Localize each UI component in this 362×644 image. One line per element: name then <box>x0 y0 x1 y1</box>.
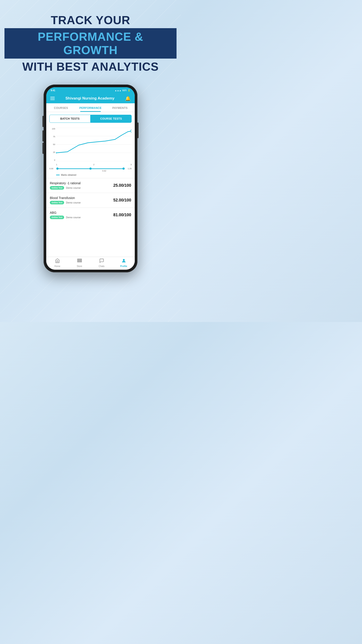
signal-icon: ▲▲▲ <box>115 89 121 92</box>
test-name-abg: ABG <box>50 211 81 214</box>
home-icon <box>55 258 60 264</box>
y-label-75: 75 <box>53 136 56 138</box>
y-label-50: 50 <box>53 143 56 146</box>
range-dot-mid <box>89 168 92 170</box>
hero-line1: TRACK YOUR <box>9 14 172 27</box>
y-label-0: 0 <box>54 159 56 161</box>
store-icon <box>77 258 82 264</box>
nav-profile-label: Profile <box>120 265 127 268</box>
chats-icon <box>99 258 104 264</box>
hero-line3: WITH BEST ANALYTICS <box>9 60 172 73</box>
chart-legend: Marks obtained <box>46 173 135 178</box>
range-mid-label: 0.62 <box>46 170 135 173</box>
profile-icon <box>121 258 126 264</box>
y-label-25: 25 <box>53 151 56 154</box>
test-item-blood[interactable]: Blood Transfusion Online Test Demo cours… <box>46 193 135 208</box>
svg-point-10 <box>123 259 124 261</box>
hero-line2: PERFORMANCE & GROWTH <box>38 30 143 56</box>
wifi-icon: WiFi <box>122 89 127 92</box>
x-label-3: 3 <box>130 164 132 166</box>
range-dot-end <box>122 168 125 170</box>
badge-course-1: Demo course <box>66 186 80 189</box>
svg-rect-7 <box>77 259 81 260</box>
chart-container: 100 75 50 25 0 <box>49 128 132 166</box>
badge-online-test-3: Online Test <box>50 216 64 219</box>
hero-section: TRACK YOUR PERFORMANCE & GROWTH WITH BES… <box>0 0 181 80</box>
phone-screen: 9:41 ▲▲▲ WiFi 🔋 Shivangi Nursing Academy… <box>46 87 135 270</box>
range-start: 0.00 <box>49 168 56 170</box>
badge-course-3: Demo course <box>66 216 80 219</box>
tab-payments[interactable]: PAYMENTS <box>105 103 135 112</box>
main-tabs: COURSES PERFORMANCE PAYMENTS <box>46 103 135 112</box>
phone-body: 9:41 ▲▲▲ WiFi 🔋 Shivangi Nursing Academy… <box>43 84 137 272</box>
range-end: 1.25 <box>125 168 132 170</box>
bottom-nav: Home Store <box>46 257 135 270</box>
badge-online-test-2: Online Test <box>50 201 64 204</box>
status-icons: ▲▲▲ WiFi 🔋 <box>115 89 130 92</box>
test-item-respiratory[interactable]: Respiratory -1 rational Online Test Demo… <box>46 178 135 193</box>
battery-icon: 🔋 <box>128 89 130 92</box>
nav-home[interactable]: Home <box>46 258 68 268</box>
nav-chats-label: Chats <box>98 265 104 268</box>
status-time: 9:41 <box>51 89 55 92</box>
tab-performance[interactable]: PERFORMANCE <box>76 103 105 112</box>
nav-store[interactable]: Store <box>68 258 90 268</box>
x-label-2: 2 <box>93 164 94 166</box>
svg-rect-9 <box>77 262 81 262</box>
svg-point-6 <box>130 130 132 132</box>
legend-line <box>56 175 60 175</box>
test-score-blood: 52.00/100 <box>113 198 131 202</box>
app-title: Shivangi Nursing Academy <box>65 96 114 100</box>
test-list: Respiratory -1 rational Online Test Demo… <box>46 178 135 257</box>
test-item-abg[interactable]: ABG Online Test Demo course 81.00/100 <box>46 208 135 222</box>
x-label-1: 1 <box>56 164 57 166</box>
legend-label: Marks obtained <box>61 174 76 176</box>
svg-rect-8 <box>77 260 81 261</box>
chart-x-labels: 1 2 3 <box>56 164 132 166</box>
range-slider-row: 0.00 1.25 <box>46 167 135 170</box>
hero-line2-wrap: PERFORMANCE & GROWTH <box>4 28 177 58</box>
performance-chart <box>56 128 132 161</box>
nav-profile[interactable]: Profile <box>113 258 135 268</box>
badge-online-test-1: Online Test <box>50 186 64 190</box>
sub-tab-batch-tests[interactable]: BATCH TESTS <box>49 115 90 123</box>
app-header: Shivangi Nursing Academy 🔔 <box>46 94 135 103</box>
test-score-respiratory: 25.00/100 <box>113 183 131 188</box>
sub-tab-course-tests[interactable]: COURSE TESTS <box>90 115 132 123</box>
hamburger-menu[interactable] <box>50 97 55 100</box>
nav-home-label: Home <box>54 265 60 268</box>
phone-mockup: 9:41 ▲▲▲ WiFi 🔋 Shivangi Nursing Academy… <box>0 84 181 272</box>
sub-tabs: BATCH TESTS COURSE TESTS <box>46 112 135 126</box>
y-label-100: 100 <box>52 128 56 130</box>
tab-courses[interactable]: COURSES <box>46 103 76 112</box>
chart-y-labels: 100 75 50 25 0 <box>49 128 56 161</box>
range-bar[interactable] <box>57 168 124 169</box>
status-bar: 9:41 ▲▲▲ WiFi 🔋 <box>46 87 135 94</box>
chart-svg-wrap <box>56 128 132 161</box>
range-dot-start <box>56 168 58 170</box>
svg-point-5 <box>56 152 57 154</box>
test-score-abg: 81.00/100 <box>113 213 131 217</box>
chart-area: 100 75 50 25 0 <box>46 126 135 167</box>
nav-chats[interactable]: Chats <box>90 258 113 268</box>
badge-course-2: Demo course <box>66 201 80 204</box>
test-name-respiratory: Respiratory -1 rational <box>50 181 81 185</box>
notification-bell-icon[interactable]: 🔔 <box>125 96 131 101</box>
nav-store-label: Store <box>77 265 82 268</box>
test-name-blood: Blood Transfusion <box>50 196 81 200</box>
